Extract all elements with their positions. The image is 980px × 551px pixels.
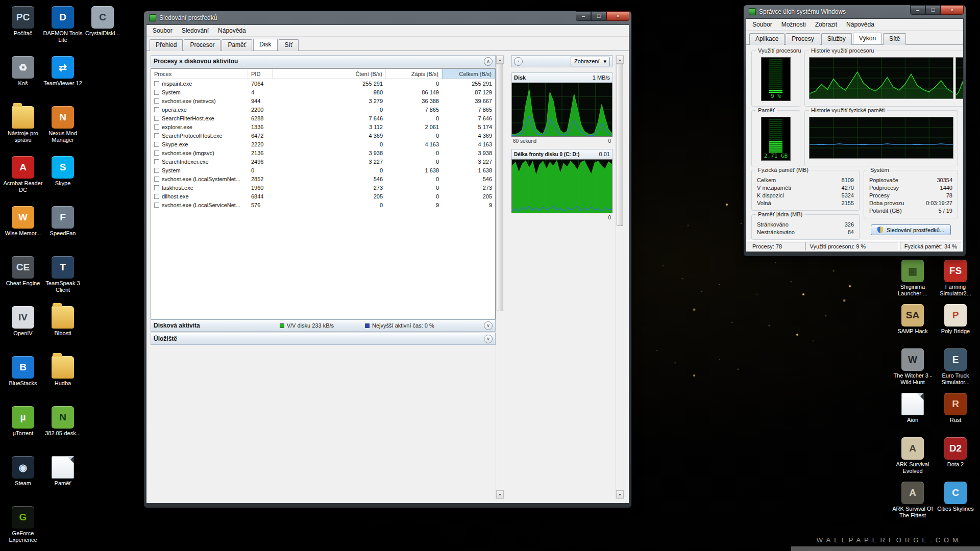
tab[interactable]: Sítě bbox=[883, 33, 906, 45]
scrollbar-thumb[interactable] bbox=[617, 64, 623, 226]
disk-activity-header[interactable]: Disková aktivita V/V disku 233 kB/s Nejv… bbox=[151, 319, 496, 332]
process-row[interactable]: svchost.exe (imgsvc) 2136 3 938 0 3 938 bbox=[151, 148, 495, 157]
desktop-icon[interactable]: C Cities Skylines bbox=[934, 480, 977, 524]
close-button[interactable]: × bbox=[941, 5, 964, 15]
process-checkbox[interactable] bbox=[154, 151, 159, 156]
desktop-icon[interactable]: W Wise Memor... bbox=[3, 204, 43, 254]
expand-button[interactable]: ∨ bbox=[484, 321, 493, 330]
column-header-read[interactable]: Čtení (B/s) bbox=[273, 69, 386, 79]
process-row[interactable]: System 4 980 86 149 87 129 bbox=[151, 88, 495, 96]
maximize-button[interactable]: □ bbox=[925, 5, 941, 15]
column-header-pid[interactable]: PID bbox=[248, 69, 273, 79]
tab[interactable]: Paměť bbox=[222, 39, 252, 51]
process-checkbox[interactable] bbox=[154, 90, 159, 95]
process-checkbox[interactable] bbox=[154, 107, 159, 112]
close-button[interactable]: × bbox=[606, 11, 629, 21]
charts-panel-scrollbar[interactable]: ▲ ▼ bbox=[616, 55, 624, 499]
desktop-icon[interactable]: Paměť bbox=[43, 454, 83, 504]
desktop-icon[interactable]: Aion bbox=[891, 391, 934, 435]
column-header-write[interactable]: Zápis (B/s) bbox=[386, 69, 442, 79]
process-checkbox[interactable] bbox=[154, 177, 159, 182]
process-row[interactable]: svchost.exe (LocalServiceNet... 576 0 9 … bbox=[151, 201, 495, 209]
scroll-down-button[interactable]: ▼ bbox=[496, 490, 504, 498]
maximize-button[interactable]: □ bbox=[591, 11, 606, 21]
tab[interactable]: Aplikace bbox=[749, 33, 785, 45]
scrollbar-track[interactable] bbox=[616, 64, 624, 490]
desktop-icon[interactable]: Hudba bbox=[43, 354, 83, 404]
desktop-icon[interactable]: ⇄ TeamViewer 12 bbox=[43, 54, 83, 104]
process-row[interactable]: svchost.exe (LocalSystemNet... 2852 546 … bbox=[151, 174, 495, 183]
desktop-icon[interactable]: C CrystalDiskI... bbox=[83, 4, 122, 54]
process-checkbox[interactable] bbox=[154, 203, 159, 208]
tab[interactable]: Služby bbox=[821, 33, 852, 45]
collapse-charts-button[interactable]: › bbox=[514, 57, 523, 66]
table-header[interactable]: Proces PID Čtení (B/s) Zápis (B/s) Celke… bbox=[151, 69, 495, 79]
desktop-icon[interactable]: µ µTorrent bbox=[3, 404, 43, 454]
process-checkbox[interactable] bbox=[154, 185, 159, 190]
scroll-up-button[interactable]: ▲ bbox=[616, 56, 624, 64]
desktop-icon[interactable]: SA SAMP Hack bbox=[891, 302, 934, 346]
desktop-icon[interactable]: N 382.05-desk... bbox=[43, 404, 83, 454]
menu-item[interactable]: Nápověda bbox=[842, 20, 878, 29]
desktop-icon[interactable]: A ARK Survival Evolved bbox=[891, 435, 934, 480]
process-row[interactable]: SearchFilterHost.exe 6288 7 646 0 7 646 bbox=[151, 114, 495, 122]
desktop-icon[interactable]: FS Farming Simulator2... bbox=[934, 258, 977, 302]
desktop-icon[interactable]: P Poly Bridge bbox=[934, 302, 977, 346]
desktop-icon[interactable]: E Euro Truck Simulator... bbox=[934, 346, 977, 391]
menu-item[interactable]: Sledování bbox=[178, 26, 213, 35]
process-checkbox[interactable] bbox=[154, 133, 159, 138]
process-checkbox[interactable] bbox=[154, 81, 159, 86]
desktop-icon[interactable]: G GeForce Experience bbox=[3, 504, 43, 551]
tab[interactable]: Přehled bbox=[150, 39, 183, 51]
process-checkbox[interactable] bbox=[154, 124, 159, 130]
column-header-proces[interactable]: Proces bbox=[151, 69, 248, 79]
open-resource-monitor-button[interactable]: Sledování prostředků... bbox=[871, 224, 951, 235]
process-row[interactable]: explorer.exe 1336 3 112 2 061 5 174 bbox=[151, 122, 495, 131]
desktop-icon[interactable]: CE Cheat Engine bbox=[3, 254, 43, 304]
desktop-icon[interactable]: S Skype bbox=[43, 154, 83, 204]
desktop-icon[interactable]: T TeamSpeak 3 Client bbox=[43, 254, 83, 304]
desktop-icon[interactable]: IV OpenIV bbox=[3, 304, 43, 354]
desktop-icon[interactable]: Nástroje pro správu bbox=[3, 104, 43, 154]
process-checkbox[interactable] bbox=[154, 159, 159, 164]
minimize-button[interactable]: – bbox=[910, 5, 925, 15]
desktop-icon[interactable]: A ARK Survival Of The Fittest bbox=[891, 480, 934, 524]
desktop-icon[interactable]: D DAEMON Tools Lite bbox=[43, 4, 83, 54]
menu-item[interactable]: Možnosti bbox=[777, 20, 810, 29]
process-checkbox[interactable] bbox=[154, 168, 159, 173]
collapse-button[interactable]: ∧ bbox=[484, 57, 493, 66]
scrollbar-track[interactable] bbox=[496, 64, 504, 490]
tab[interactable]: Procesy bbox=[786, 33, 820, 45]
column-header-total[interactable]: Celkem (B/s) bbox=[442, 69, 495, 79]
scroll-up-button[interactable]: ▲ bbox=[496, 56, 504, 64]
desktop-icon[interactable]: A Acrobat Reader DC bbox=[3, 154, 43, 204]
tab[interactable]: Procesor bbox=[184, 39, 220, 51]
view-dropdown-button[interactable]: Zobrazení ▾ bbox=[571, 57, 610, 66]
tab[interactable]: Disk bbox=[253, 39, 277, 51]
minimize-button[interactable]: – bbox=[576, 11, 591, 21]
desktop-icon[interactable]: PC Počítač bbox=[3, 4, 43, 54]
storage-header[interactable]: Úložiště ∨ bbox=[151, 333, 496, 345]
menu-item[interactable]: Nápověda bbox=[214, 26, 250, 35]
process-checkbox[interactable] bbox=[154, 116, 159, 121]
tab[interactable]: Síť bbox=[279, 39, 299, 51]
process-checkbox[interactable] bbox=[154, 194, 159, 199]
desktop-icon[interactable]: ▦ Shiginima Launcher ... bbox=[891, 258, 934, 302]
tab[interactable]: Výkon bbox=[853, 33, 882, 44]
left-panel-scrollbar[interactable]: ▲ ▼ bbox=[496, 55, 504, 499]
process-checkbox[interactable] bbox=[154, 142, 159, 147]
resmon-titlebar[interactable]: Sledování prostředků – □ × bbox=[146, 11, 629, 24]
menu-item[interactable]: Zobrazit bbox=[811, 20, 841, 29]
desktop-icon[interactable]: W The Witcher 3 - Wild Hunt bbox=[891, 346, 934, 391]
process-section-header[interactable]: Procesy s diskovou aktivitou ∧ bbox=[151, 55, 496, 67]
desktop-icon[interactable]: N Nexus Mod Manager bbox=[43, 104, 83, 154]
process-row[interactable]: SearchProtocolHost.exe 6472 4 369 0 4 36… bbox=[151, 131, 495, 140]
process-row[interactable]: opera.exe 2200 0 7 865 7 865 bbox=[151, 105, 495, 114]
process-row[interactable]: Skype.exe 2220 0 4 163 4 163 bbox=[151, 140, 495, 148]
menu-item[interactable]: Soubor bbox=[149, 26, 177, 35]
process-checkbox[interactable] bbox=[154, 98, 159, 104]
process-row[interactable]: mspaint.exe 7064 255 291 0 255 291 bbox=[151, 79, 495, 88]
process-row[interactable]: System 0 0 1 638 1 638 bbox=[151, 166, 495, 174]
menu-item[interactable]: Soubor bbox=[748, 20, 776, 29]
taskmgr-titlebar[interactable]: Správce úloh systému Windows – □ × bbox=[746, 5, 964, 18]
